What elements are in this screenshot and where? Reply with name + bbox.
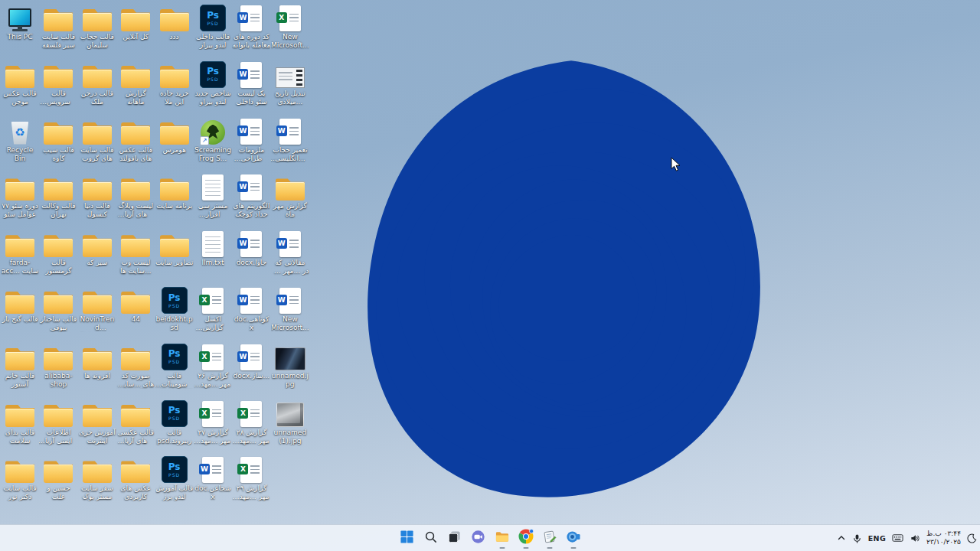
desktop-icon-folder[interactable]: سفر سایت مستر بوک (78, 454, 116, 501)
desktop-icon-label: قالب دنیا کنسول (78, 202, 116, 219)
taskbar-button-search[interactable] (420, 527, 442, 549)
taskbar-button-chat[interactable] (467, 527, 489, 549)
tray-chevron-up-icon[interactable] (837, 533, 846, 543)
desktop-icon-psd[interactable]: PsPSDbeidokht.psd (155, 285, 194, 332)
desktop-icon-folder[interactable]: اطلاعات ایمنی آریا تهران (39, 398, 77, 445)
desktop-icon-label: کد دوره های معامله بانوانه (232, 33, 270, 50)
desktop-icon-folder[interactable]: افزونه ها (78, 341, 116, 380)
speaker-icon[interactable] (910, 533, 920, 543)
microphone-icon[interactable] (852, 533, 862, 543)
desktop-icon-folder[interactable]: 44 (116, 285, 155, 324)
excel-icon: X (202, 285, 224, 314)
desktop-icon-excel[interactable]: Xگزارش ۲۸ مهر ...مهدی شجا (232, 398, 270, 445)
desktop-icon-folder[interactable]: سیر که (78, 228, 116, 267)
desktop-icon-word[interactable]: Wکد دوره های معامله بانوانه (232, 2, 270, 50)
desktop-icon-folder[interactable]: قالب وکالت تهران (39, 171, 77, 219)
taskbar-button-notepad[interactable] (538, 527, 560, 549)
desktop-icon-folder[interactable]: حسین و علت (39, 454, 77, 501)
desktop-icon-folder[interactable]: قالب عکس های بافولند (116, 116, 155, 163)
desktop-icon-excel[interactable]: Xگزارش ۲۶ مهر ...مهدی شجاع (194, 341, 232, 389)
desktop-icon-folder[interactable]: قالب گنج بار (1, 285, 39, 324)
desktop-icon-excel[interactable]: Xگزارش ۲۹ مهر ...مهدی شجا (232, 454, 270, 501)
running-indicator (547, 547, 552, 549)
desktop-icon-word[interactable]: Wتعمیر حجاب ...انگلیسی دهقان (271, 116, 309, 163)
desktop-icon-word[interactable]: W...ساز.docx (232, 341, 270, 380)
touch-keyboard-icon[interactable] (892, 533, 903, 543)
desktop-icon-folder[interactable]: alibaba-shop (39, 341, 77, 389)
desktop-icon-folder[interactable]: کل آنلاین (116, 2, 155, 41)
desktop-icon-word[interactable]: Wجاوا.docx (232, 228, 270, 267)
desktop-icon-film[interactable]: تبدیل تاریخ ...میلادی (271, 59, 309, 106)
desktop-icon-excel[interactable]: XNew Microsoft... (271, 2, 309, 50)
desktop-icon-word[interactable]: Wمقالاتی که در ...مهر ماه باید (271, 228, 309, 276)
desktop-icon-psd[interactable]: PsPSDقالب شومینات EMARKET... (155, 341, 194, 389)
desktop-icon-folder[interactable]: قالب خانم آستور (1, 341, 39, 389)
desktop-icon-frog[interactable]: ↗Screaming Frog S... (194, 116, 232, 163)
desktop-icon-imgdark[interactable]: unnamed.jpg (271, 341, 309, 389)
desktop-icon-psd[interactable]: PsPSDقالب ریبروند.psd (155, 398, 194, 445)
excel-icon: X (202, 398, 224, 427)
desktop-icon-folder[interactable]: گزارش مهر ماه (271, 171, 309, 219)
desktop-icon-textdoc[interactable]: مستر سی افزار ...اهداف سئو (194, 171, 232, 219)
desktop-icon-folder[interactable]: قالب سرویس کارآمد (39, 59, 77, 106)
desktop-icon-psd[interactable]: PsPSDقالب داخلی لندو بیراز (194, 2, 232, 50)
desktop-icon-folder[interactable]: قالب سایت دکتر نور (1, 454, 39, 501)
desktop-icon-folder[interactable]: قالب ساختار بیوفی (39, 285, 77, 332)
desktop-icon-folder[interactable]: لیست وبلاگ های آریا تهران (116, 171, 155, 219)
desktop-icon-folder[interactable]: NovinTrend Extension (78, 285, 116, 332)
desktop-icon-folder[interactable]: هومرس (155, 116, 194, 155)
desktop-icon-folder[interactable]: قالب درجن ملک (78, 59, 116, 106)
desktop-icon-folder[interactable]: عکس های کاربردی (116, 454, 155, 501)
desktop-icon-word[interactable]: Wملزومات طراحی سایت (232, 116, 270, 163)
folder-icon (5, 285, 34, 314)
desktop-icon-folder[interactable]: دوره سئو ۷۷ عوامل سئو (1, 171, 39, 219)
desktop-icon-folder[interactable]: farda-acc... سایت (1, 228, 39, 276)
desktop-icon-excel[interactable]: Xاکسل گزارش ...دهی مهر (194, 285, 232, 332)
desktop-icon-psd[interactable]: PsPSDشاخص جدید لندو بیراو (194, 59, 232, 106)
desktop-icon-label: تعمیر حجاب ...انگلیسی دهقان (271, 146, 309, 163)
desktop[interactable]: This PCقالب سایت سیر فلسفهقالب حجاب سلیم… (0, 0, 980, 551)
taskbar-button-start[interactable] (396, 527, 418, 549)
desktop-icon-folder[interactable]: قالب عکسی های آریا تهران (116, 398, 155, 445)
desktop-icon-textdoc[interactable]: llm.txt (194, 228, 232, 267)
taskbar-button-file-explorer[interactable] (491, 527, 513, 549)
desktop-icon-folder[interactable]: ددد (155, 2, 194, 41)
desktop-icon-folder[interactable]: قالب سایت های گروب (78, 116, 116, 163)
desktop-icon-folder[interactable]: گزارش ماهانه (116, 59, 155, 106)
recycle-icon: ♻ (11, 116, 29, 145)
desktop-icon-excel[interactable]: Xگزارش ۲۷ مهر ...مهدی شجاع (194, 398, 232, 445)
desktop-icon-word[interactable]: Wالگوریتم های حداد کوچک (232, 171, 270, 219)
desktop-icon-label: قالب ساختار بیوفی (39, 315, 77, 332)
desktop-icon-folder[interactable]: قالب دنیا کنسول (78, 171, 116, 219)
desktop-icon-folder[interactable]: قالب بدای سلامت (1, 398, 39, 445)
do-not-disturb-moon-icon[interactable] (967, 533, 977, 543)
desktop-icon-pc[interactable]: This PC (1, 2, 39, 41)
taskbar-button-chrome[interactable] (514, 527, 537, 549)
desktop-icon-folder[interactable]: قالب سایت سیر فلسفه (39, 2, 77, 50)
desktop-icon-word[interactable]: Wشجاعن.docx (194, 454, 232, 501)
desktop-icon-folder[interactable]: تصاویر سایت (155, 228, 194, 267)
folder-icon (5, 171, 34, 201)
taskbar-clock[interactable]: ۰۳:۴۴ ب.ظ ۲۳/۱۰/۲۰۲۵ (926, 530, 961, 546)
desktop-icon-folder[interactable]: خرید جاده این ملا (155, 59, 194, 106)
folder-icon (121, 228, 150, 257)
word-icon: W (240, 116, 262, 145)
desktop-icon-imggray[interactable]: unnamed (1).jpg (271, 398, 309, 445)
desktop-icon-psd[interactable]: PsPSDقالب آموزش لندو برز (155, 454, 194, 501)
desktop-icon-folder[interactable]: برنامه سایت (155, 171, 194, 210)
desktop-icon-word[interactable]: WNew Microsoft... (271, 285, 309, 332)
taskbar-button-task-view[interactable] (443, 527, 466, 549)
desktop-icon-recycle[interactable]: ♻Recycle Bin (1, 116, 39, 163)
desktop-icon-folder[interactable]: قالب گرمستور (39, 228, 77, 276)
desktop-icon-word[interactable]: Wیک لیست سئو داخلی (232, 59, 270, 106)
desktop-icon-word[interactable]: Wکوتاهی.docx (232, 285, 270, 332)
language-indicator[interactable]: ENG (868, 534, 886, 543)
desktop-icon-folder[interactable]: قالب سیب کاوه (39, 116, 77, 163)
desktop-icon-folder[interactable]: صورت کد های ...سایت آریان (116, 341, 155, 389)
desktop-icon-folder[interactable]: لیست وب ...سایت ها (116, 228, 155, 276)
desktop-icon-label: سفر سایت مستر بوک (78, 484, 116, 501)
desktop-icon-folder[interactable]: آموزش جزی اینترنت (78, 398, 116, 445)
taskbar-button-media-app[interactable] (562, 527, 584, 549)
desktop-icon-folder[interactable]: قالب عکس موجن (1, 59, 39, 106)
desktop-icon-folder[interactable]: قالب حجاب سلیمان (78, 2, 116, 50)
